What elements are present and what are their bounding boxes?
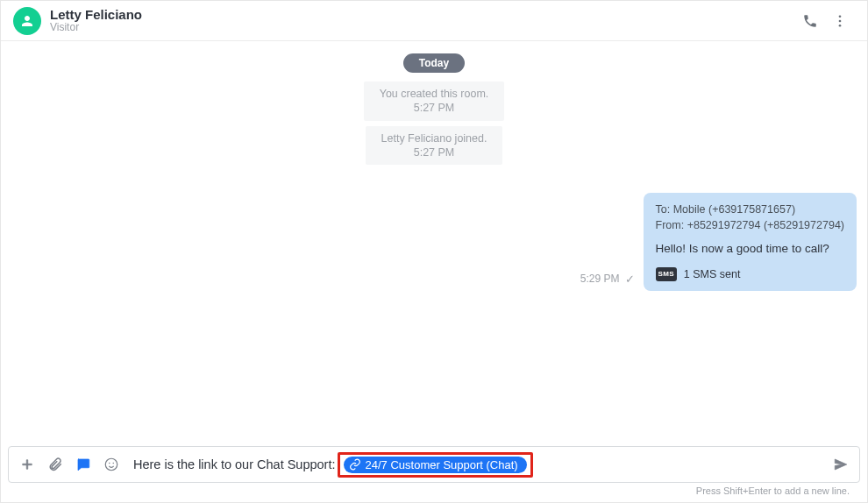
system-event-time: 5:27 PM: [381, 145, 487, 159]
composer: Here is the link to our Chat Support: 24…: [8, 446, 860, 483]
call-button[interactable]: [795, 6, 825, 36]
check-icon: ✓: [625, 273, 635, 286]
phone-icon: [802, 13, 818, 29]
message-row: 5:29 PM ✓ To: Mobile (+639175871657) Fro…: [11, 193, 857, 291]
svg-point-3: [105, 458, 117, 471]
sms-button[interactable]: [70, 451, 96, 478]
emoji-icon: [103, 457, 119, 472]
add-button[interactable]: [14, 451, 40, 478]
composer-area: Here is the link to our Chat Support: 24…: [1, 446, 867, 502]
svg-point-2: [839, 24, 842, 26]
kebab-icon: [832, 13, 848, 29]
date-separator: Today: [403, 53, 465, 73]
plus-icon: [19, 457, 35, 472]
person-icon: [19, 13, 35, 29]
system-event-text: You created this room.: [380, 88, 489, 100]
system-event-text: Letty Feliciano joined.: [381, 132, 487, 145]
sms-status-text: 1 SMS sent: [684, 266, 741, 282]
message-time: 5:29 PM: [580, 273, 620, 285]
annotation-highlight: 24/7 Customer Support (Chat): [338, 452, 533, 478]
link-chip-label: 24/7 Customer Support (Chat): [366, 458, 518, 471]
send-button[interactable]: [828, 451, 854, 478]
to-line: To: Mobile (+639175871657): [656, 202, 844, 217]
from-line: From: +85291972794 (+85291972794): [656, 217, 844, 233]
input-text-prefix: Here is the link to our Chat Support:: [133, 457, 336, 471]
message-header-lines: To: Mobile (+639175871657) From: +852919…: [656, 202, 844, 233]
message-body: Hello! Is now a good time to call?: [656, 240, 844, 258]
system-event: Letty Feliciano joined. 5:27 PM: [366, 126, 503, 166]
contact-name: Letty Feliciano: [50, 8, 142, 23]
chat-window: Letty Feliciano Visitor Today You create…: [0, 0, 868, 503]
kebab-menu-button[interactable]: [825, 6, 855, 36]
attach-button[interactable]: [42, 451, 68, 478]
svg-point-0: [839, 15, 842, 18]
link-icon: [349, 458, 361, 471]
sms-badge: SMS: [656, 267, 677, 281]
svg-point-1: [839, 19, 842, 22]
paperclip-icon: [47, 457, 63, 472]
system-event: You created this room. 5:27 PM: [364, 81, 505, 121]
system-event-time: 5:27 PM: [380, 101, 489, 115]
sms-icon: [75, 457, 91, 472]
sms-status-row: SMS 1 SMS sent: [656, 266, 844, 282]
send-icon: [833, 457, 849, 472]
contact-subtitle: Visitor: [50, 22, 142, 33]
header-titles: Letty Feliciano Visitor: [50, 8, 142, 34]
chat-header: Letty Feliciano Visitor: [1, 1, 867, 41]
emoji-button[interactable]: [98, 451, 125, 478]
link-chip[interactable]: 24/7 Customer Support (Chat): [344, 457, 527, 473]
composer-hint: Press Shift+Enter to add a new line.: [8, 483, 860, 500]
messages-area: Today You created this room. 5:27 PM Let…: [1, 41, 867, 446]
svg-point-5: [113, 463, 115, 464]
svg-point-4: [109, 463, 110, 464]
avatar[interactable]: [13, 7, 41, 35]
message-input[interactable]: Here is the link to our Chat Support: 24…: [126, 452, 826, 478]
message-meta: 5:29 PM ✓: [580, 273, 635, 286]
message-bubble: To: Mobile (+639175871657) From: +852919…: [644, 193, 857, 291]
